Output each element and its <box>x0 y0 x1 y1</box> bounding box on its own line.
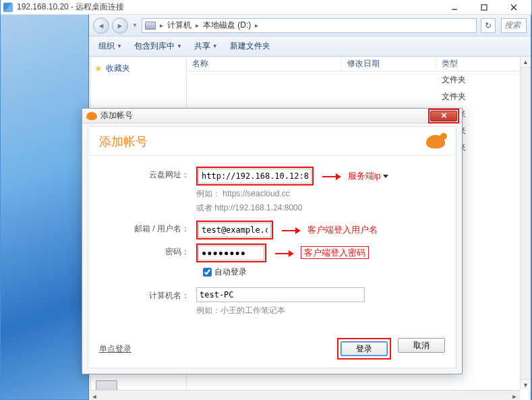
breadcrumb-drive[interactable]: 本地磁盘 (D:) <box>203 20 251 31</box>
maximize-button[interactable] <box>469 0 499 15</box>
search-input[interactable]: 搜索 <box>501 18 527 33</box>
breadcrumb-root[interactable]: 计算机 <box>167 20 191 31</box>
add-account-dialog: 添加帐号 ✕ 添加帐号 云盘网址： 服务端ip <box>82 108 463 374</box>
computer-label: 计算机名： <box>102 287 196 302</box>
dialog-heading: 添加帐号 <box>99 134 148 150</box>
refresh-button[interactable]: ↻ <box>481 18 496 33</box>
computer-hint: 例如：小王的工作笔记本 <box>196 305 442 316</box>
server-label: 云盘网址： <box>102 167 196 181</box>
annotation-password: 客户端登入密码 <box>301 246 369 259</box>
address-bar[interactable]: ▸ 计算机 ▸ 本地磁盘 (D:) ▸ <box>142 18 477 33</box>
login-button[interactable]: 登录 <box>341 341 388 356</box>
toolbar-newfolder[interactable]: 新建文件夹 <box>230 40 270 52</box>
seafile-logo-icon <box>426 135 445 148</box>
annotation-email: 客户端登入用户名 <box>307 225 378 235</box>
computer-input[interactable] <box>196 287 365 302</box>
annotation-arrow-icon <box>322 171 341 181</box>
sidebar-favorites[interactable]: ★ 收藏夹 <box>94 61 186 76</box>
password-label: 密码： <box>102 244 196 258</box>
toolbar-share[interactable]: 共享 ▼ <box>194 40 218 52</box>
sso-link[interactable]: 单点登录 <box>99 343 131 355</box>
forward-button[interactable]: ► <box>112 18 128 34</box>
file-type-cell: 文件夹 <box>436 88 531 105</box>
close-button[interactable] <box>499 0 529 15</box>
email-label: 邮箱 / 用户名： <box>102 221 196 235</box>
star-icon: ★ <box>94 63 102 74</box>
cancel-button[interactable]: 取消 <box>398 338 445 353</box>
server-hint1: 例如： https://seacloud.cc <box>196 188 442 200</box>
rdp-icon <box>3 3 13 12</box>
server-input[interactable] <box>198 169 312 183</box>
autologin-checkbox[interactable] <box>203 268 212 277</box>
autologin-label: 自动登录 <box>214 266 247 278</box>
column-type[interactable]: 类型 <box>436 57 531 71</box>
annotation-arrow-icon <box>275 248 294 258</box>
dialog-close-button[interactable]: ✕ <box>430 111 457 121</box>
password-input[interactable] <box>198 246 264 260</box>
dialog-title: 添加帐号 <box>100 110 428 121</box>
server-hint2: 或者 http://192.168.1.24:8000 <box>196 202 442 214</box>
vertical-scrollbar[interactable]: ▲▼ <box>520 57 531 390</box>
nav-history-dropdown[interactable]: ▼ <box>131 18 139 34</box>
email-input[interactable] <box>198 223 271 237</box>
toolbar-include[interactable]: 包含到库中 ▼ <box>134 40 182 52</box>
column-date[interactable]: 修改日期 <box>342 57 436 71</box>
toolbar-organize[interactable]: 组织 ▼ <box>98 40 122 52</box>
column-name[interactable]: 名称 <box>187 57 342 71</box>
back-button[interactable]: ◄ <box>93 18 109 34</box>
annotation-server: 服务端ip <box>348 171 381 181</box>
annotation-arrow-icon <box>282 225 301 235</box>
svg-rect-1 <box>481 5 487 10</box>
desktop-background: ◄ ► ▼ ▸ 计算机 ▸ 本地磁盘 (D:) ▸ ↻ 搜索 组织 ▼ 包含到库… <box>1 15 531 399</box>
minimize-button[interactable] <box>440 0 469 15</box>
file-type-cell: 文件夹 <box>436 72 531 88</box>
cloud-icon <box>86 112 97 120</box>
rdp-title: 192.168.10.20 - 远程桌面连接 <box>17 1 440 13</box>
drive-icon <box>145 22 156 30</box>
horizontal-scrollbar[interactable]: ◄► <box>89 390 520 400</box>
